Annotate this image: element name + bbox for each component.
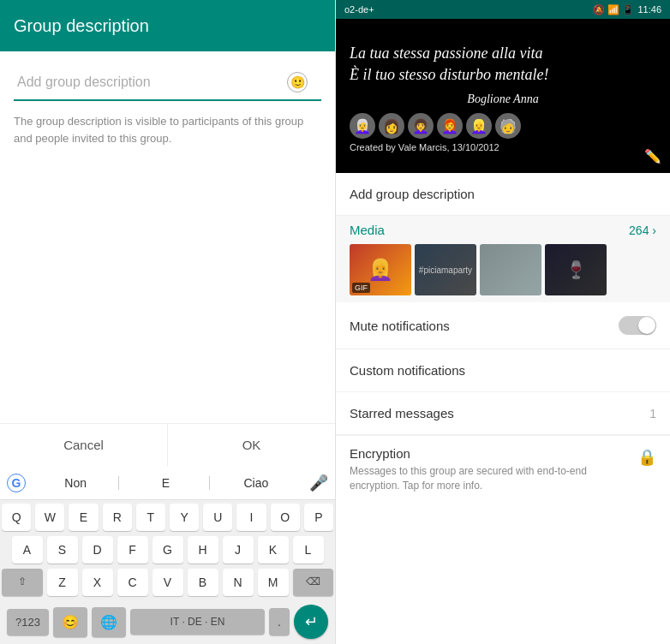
banner-avatars: 👩‍🦳 👩 👩‍🦱 👩‍🦰 👱‍♀️ 🧓 bbox=[336, 106, 670, 142]
key-row-3: ⇧ Z X C V B N M ⌫ bbox=[2, 569, 333, 596]
encryption-section[interactable]: Encryption Messages to this group are se… bbox=[336, 435, 670, 504]
key-row-2: A S D F G H J K L bbox=[2, 536, 333, 564]
key-e[interactable]: E bbox=[69, 504, 98, 531]
carrier: o2-de+ bbox=[344, 4, 374, 15]
custom-label: Custom notifications bbox=[350, 363, 465, 378]
keyboard-rows: Q W E R T Y U I O P A S D F G H J K bbox=[0, 500, 335, 644]
cancel-button[interactable]: Cancel bbox=[0, 424, 168, 466]
custom-notifications-item[interactable]: Custom notifications bbox=[336, 349, 670, 392]
key-m[interactable]: M bbox=[258, 569, 289, 596]
key-p[interactable]: P bbox=[304, 504, 333, 531]
key-q[interactable]: Q bbox=[2, 504, 31, 531]
key-c[interactable]: C bbox=[117, 569, 148, 596]
key-language[interactable]: IT · DE · EN bbox=[130, 609, 265, 635]
key-d[interactable]: D bbox=[82, 536, 113, 564]
media-count[interactable]: 264 › bbox=[629, 224, 656, 237]
lock-icon: 🔒 bbox=[637, 448, 656, 467]
emoji-icon[interactable]: 🙂 bbox=[287, 72, 308, 92]
key-u[interactable]: U bbox=[203, 504, 232, 531]
avatar-4: 👩‍🦰 bbox=[437, 113, 463, 139]
encryption-title: Encryption bbox=[350, 446, 629, 461]
key-g[interactable]: G bbox=[153, 536, 183, 564]
time: 11:46 bbox=[637, 4, 661, 15]
key-v[interactable]: V bbox=[153, 569, 183, 596]
banner-author: Boglione Anna bbox=[336, 92, 670, 106]
key-o[interactable]: O bbox=[271, 504, 300, 531]
header-title: Group description bbox=[14, 16, 149, 36]
add-description-label: Add group description bbox=[350, 187, 475, 201]
suggestion-word-2[interactable]: E bbox=[123, 476, 209, 490]
key-globe[interactable]: 🌐 bbox=[92, 607, 126, 637]
avatar-1: 👩‍🦳 bbox=[350, 113, 375, 139]
status-time: 🔕 📶 📱 11:46 bbox=[593, 4, 661, 15]
status-bar: o2-de+ 🔕 📶 📱 11:46 bbox=[336, 0, 670, 19]
key-a[interactable]: A bbox=[12, 536, 43, 564]
key-period[interactable]: . bbox=[269, 608, 290, 635]
key-enter[interactable]: ↵ bbox=[294, 605, 328, 639]
avatar-2: 👩 bbox=[379, 113, 404, 139]
key-i[interactable]: I bbox=[236, 504, 266, 531]
encryption-row: Encryption Messages to this group are se… bbox=[350, 446, 656, 493]
media-thumb-4[interactable]: 🍷 bbox=[545, 244, 607, 295]
key-emoji[interactable]: 😊 bbox=[53, 607, 87, 637]
key-sym[interactable]: ?123 bbox=[7, 609, 49, 635]
group-banner: La tua stessa passione alla vita È il tu… bbox=[336, 19, 670, 173]
mute-notifications-item[interactable]: Mute notifications bbox=[336, 302, 670, 349]
mic-icon[interactable]: 🎤 bbox=[309, 474, 328, 492]
edit-icon[interactable]: ✏️ bbox=[644, 148, 661, 164]
starred-count: 1 bbox=[649, 407, 656, 420]
key-n[interactable]: N bbox=[223, 569, 254, 596]
media-header: Media 264 › bbox=[350, 223, 656, 237]
add-description-item[interactable]: Add group description bbox=[336, 173, 670, 216]
key-r[interactable]: R bbox=[103, 504, 132, 531]
avatar-6: 🧓 bbox=[495, 113, 521, 139]
ok-button[interactable]: OK bbox=[168, 424, 335, 466]
key-z[interactable]: Z bbox=[47, 569, 78, 596]
keyboard-suggestion-bar: G Non E Ciao 🎤 bbox=[0, 466, 335, 500]
banner-created: Created by Vale Marcis, 13/10/2012 bbox=[336, 142, 670, 152]
key-t[interactable]: T bbox=[136, 504, 165, 531]
banner-quote-line1: La tua stessa passione alla vita È il tu… bbox=[336, 29, 670, 92]
media-label: Media bbox=[350, 223, 385, 237]
description-input[interactable] bbox=[17, 75, 287, 90]
starred-messages-item[interactable]: Starred messages 1 bbox=[336, 392, 670, 435]
key-row-bottom: ?123 😊 🌐 IT · DE · EN . ↵ bbox=[2, 601, 333, 642]
media-thumb-3[interactable] bbox=[480, 244, 541, 295]
media-thumbnails: GIF 👱‍♀️ #piciamaparty 🍷 bbox=[350, 244, 656, 295]
key-s[interactable]: S bbox=[47, 536, 78, 564]
mute-toggle[interactable] bbox=[619, 316, 656, 335]
key-j[interactable]: J bbox=[223, 536, 254, 564]
toggle-thumb bbox=[638, 317, 655, 334]
media-thumb-2[interactable]: #piciamaparty bbox=[415, 244, 476, 295]
starred-label: Starred messages bbox=[350, 406, 454, 420]
key-w[interactable]: W bbox=[35, 504, 64, 531]
key-x[interactable]: X bbox=[82, 569, 113, 596]
status-icons: 🔕 📶 📱 bbox=[593, 4, 634, 15]
key-shift[interactable]: ⇧ bbox=[2, 569, 43, 596]
suggestion-word-3[interactable]: Ciao bbox=[213, 476, 299, 490]
key-y[interactable]: Y bbox=[170, 504, 199, 531]
description-hint: The group description is visible to part… bbox=[0, 101, 335, 158]
keyboard: G Non E Ciao 🎤 Q W E R T Y U I O P A bbox=[0, 466, 335, 644]
left-panel: Group description 🙂 The group descriptio… bbox=[0, 0, 335, 644]
action-buttons: Cancel OK bbox=[0, 423, 335, 466]
suggestion-word-1[interactable]: Non bbox=[33, 476, 119, 490]
google-logo: G bbox=[7, 474, 26, 492]
left-header: Group description bbox=[0, 0, 335, 51]
avatar-5: 👱‍♀️ bbox=[466, 113, 492, 139]
mute-label: Mute notifications bbox=[350, 319, 450, 333]
key-backspace[interactable]: ⌫ bbox=[293, 569, 334, 596]
encryption-desc: Messages to this group are secured with … bbox=[350, 464, 629, 493]
right-panel: o2-de+ 🔕 📶 📱 11:46 La tua stessa passion… bbox=[335, 0, 670, 644]
gif-badge: GIF bbox=[352, 283, 370, 293]
key-f[interactable]: F bbox=[117, 536, 148, 564]
key-k[interactable]: K bbox=[258, 536, 289, 564]
key-h[interactable]: H bbox=[188, 536, 218, 564]
media-section: Media 264 › GIF 👱‍♀️ #piciamaparty 🍷 bbox=[336, 216, 670, 302]
key-b[interactable]: B bbox=[188, 569, 218, 596]
key-row-1: Q W E R T Y U I O P bbox=[2, 504, 333, 531]
description-input-area: 🙂 bbox=[14, 62, 321, 101]
media-thumb-1[interactable]: GIF 👱‍♀️ bbox=[350, 244, 411, 295]
key-l[interactable]: L bbox=[293, 536, 324, 564]
avatar-3: 👩‍🦱 bbox=[408, 113, 434, 139]
